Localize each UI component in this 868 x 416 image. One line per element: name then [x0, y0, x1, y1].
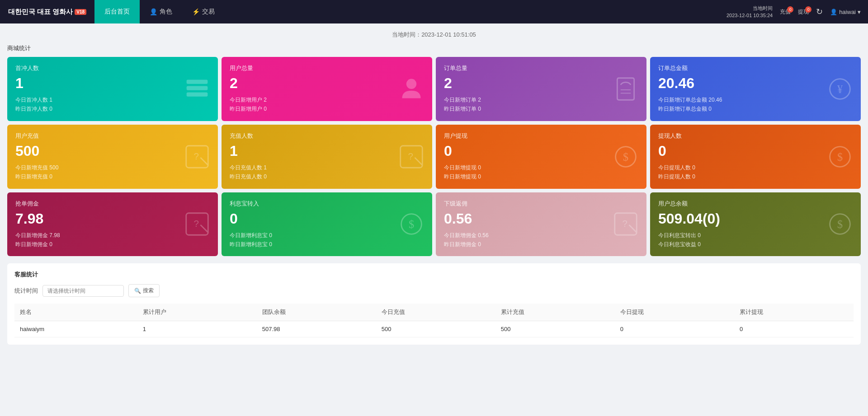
card-title-recharge-count: 充值人数	[230, 132, 424, 140]
user-icon: 👤	[830, 9, 837, 15]
nav-item-role[interactable]: 👤 角色	[140, 0, 182, 23]
brand: 대한민국 대표 영화사 V18	[0, 0, 94, 23]
table-cell: 0	[734, 321, 854, 337]
nav-home-label: 后台首页	[104, 8, 130, 16]
card-title-sub-rebate: 下级返佣	[444, 200, 638, 208]
stat-card-user-balance: 用户总余额 509.04(0) 今日利息宝转出 0今日利息宝收益 0 $	[650, 192, 861, 257]
table-cell: 507.98	[257, 321, 376, 337]
table-header: 累计提现	[734, 304, 854, 321]
brand-version: V18	[75, 9, 86, 15]
card-value-sub-rebate: 0.56	[444, 210, 638, 227]
cards-grid: 首冲人数 1 今日首冲人数 1昨日首冲人数 0 用户总量 2 今日新增用户 2昨…	[7, 57, 861, 256]
svg-rect-0	[187, 79, 208, 84]
nav-item-trade[interactable]: ⚡ 交易	[182, 0, 225, 23]
card-value-total-orders: 2	[444, 75, 638, 92]
card-sub-user-balance: 今日利息宝转出 0今日利息宝收益 0	[658, 231, 853, 249]
card-title-interest-transfer: 利息宝转入	[230, 200, 424, 208]
stat-card-user-recharge: 用户充值 500 今日新增充值 500昨日新增充值 0 ?	[7, 125, 218, 189]
cs-section: 客服统计 统计时间 🔍 搜索 姓名累计用户团队余额今日充值累计充值今日提现累计提…	[7, 263, 861, 345]
card-title-total-users: 用户总量	[230, 64, 424, 72]
svg-text:$: $	[837, 151, 843, 163]
card-title-order-amount: 订单总金额	[658, 64, 853, 72]
card-value-first-charge: 1	[15, 75, 210, 92]
time-label: 当地时间	[726, 5, 773, 12]
stat-card-recharge-count: 充值人数 1 今日充值人数 1昨日充值人数 0 ?	[222, 125, 432, 189]
table-cell: 0	[615, 321, 734, 337]
svg-rect-2	[187, 92, 208, 96]
stat-card-total-users: 用户总量 2 今日新增用户 2昨日新增用户 0	[222, 57, 432, 121]
card-value-grab-commission: 7.98	[15, 210, 210, 227]
svg-text:¥: ¥	[837, 83, 843, 95]
search-label: 搜索	[143, 287, 154, 294]
card-sub-sub-rebate: 今日新增佣金 0.56昨日新增佣金 0	[444, 231, 638, 249]
card-sub-first-charge: 今日首冲人数 1昨日首冲人数 0	[15, 95, 210, 114]
svg-text:?: ?	[623, 218, 627, 229]
top-nav: 대한민국 대표 영화사 V18 后台首页 👤 角色 ⚡ 交易 当地时间 2023…	[0, 0, 868, 23]
table-cell: 1	[137, 321, 257, 337]
refresh-icon[interactable]: ↻	[816, 7, 823, 17]
card-value-interest-transfer: 0	[230, 210, 424, 227]
search-icon: 🔍	[134, 288, 141, 294]
trade-icon: ⚡	[192, 8, 200, 15]
svg-line-13	[415, 158, 422, 165]
stat-card-user-withdraw: 用户提现 0 今日新增提现 0昨日新增提现 0 $	[436, 125, 646, 189]
withdraw-btn[interactable]: 0 提现	[798, 8, 809, 16]
table-header: 团队余额	[257, 304, 376, 321]
card-title-user-recharge: 用户充值	[15, 132, 210, 140]
card-sub-total-users: 今日新增用户 2昨日新增用户 0	[230, 95, 424, 114]
svg-point-3	[406, 79, 416, 89]
card-value-withdraw-count: 0	[658, 143, 853, 159]
card-value-recharge-count: 1	[230, 143, 424, 159]
table-cell: haiwaiym	[14, 321, 137, 337]
card-sub-interest-transfer: 今日新增利息宝 0昨日新增利息宝 0	[230, 231, 424, 249]
table-cell: 500	[495, 321, 615, 337]
nav-right: 当地时间 2023-12-01 10:35:24 0 充值 0 提现 ↻ 👤 h…	[726, 5, 868, 19]
search-button[interactable]: 🔍 搜索	[128, 284, 160, 297]
recharge-btn[interactable]: 0 充值	[780, 8, 791, 16]
card-value-user-withdraw: 0	[444, 143, 638, 159]
svg-text:?: ?	[194, 150, 199, 161]
stat-card-first-charge: 首冲人数 1 今日首冲人数 1昨日首冲人数 0	[7, 57, 218, 121]
svg-line-25	[629, 225, 637, 233]
user-info[interactable]: 👤 haiwai ▾	[830, 9, 861, 15]
svg-text:?: ?	[408, 150, 413, 161]
brand-title: 대한민국 대표 영화사	[8, 8, 73, 16]
card-title-first-charge: 首冲人数	[15, 64, 210, 72]
card-title-user-balance: 用户总余额	[658, 200, 853, 208]
stat-card-grab-commission: 抢单佣金 7.98 今日新增佣金 7.98昨日新增佣金 0 ?	[7, 192, 218, 257]
recharge-badge: 0	[787, 6, 793, 13]
filter-row: 统计时间 🔍 搜索	[14, 284, 854, 297]
stat-card-sub-rebate: 下级返佣 0.56 今日新增佣金 0.56昨日新增佣金 0 ?	[436, 192, 646, 257]
time-display: 当地时间 2023-12-01 10:35:24	[726, 5, 773, 19]
card-sub-user-withdraw: 今日新增提现 0昨日新增提现 0	[444, 163, 638, 182]
card-title-total-orders: 订单总量	[444, 64, 638, 72]
stat-card-withdraw-count: 提现人数 0 今日提现人数 0昨日提现人数 0 $	[650, 125, 861, 189]
svg-line-10	[200, 158, 208, 165]
table-header: 姓名	[14, 304, 137, 321]
svg-text:$: $	[409, 219, 414, 231]
stat-card-interest-transfer: 利息宝转入 0 今日新增利息宝 0昨日新增利息宝 0 $	[222, 192, 432, 257]
table-header: 今日充值	[376, 304, 495, 321]
svg-rect-1	[187, 86, 208, 90]
table-header: 今日提现	[615, 304, 734, 321]
filter-label: 统计时间	[14, 287, 38, 295]
nav-role-label: 角色	[160, 8, 172, 16]
page-time: 当地时间：2023-12-01 10:51:05	[7, 31, 861, 39]
role-icon: 👤	[150, 8, 157, 15]
table-header: 累计用户	[137, 304, 257, 321]
dropdown-icon: ▾	[858, 9, 861, 15]
card-value-total-users: 2	[230, 75, 424, 92]
nav-trade-label: 交易	[202, 8, 215, 16]
card-title-withdraw-count: 提现人数	[658, 132, 853, 140]
nav-item-home[interactable]: 后台首页	[94, 0, 140, 23]
table-cell: 500	[376, 321, 495, 337]
time-value: 2023-12-01 10:35:24	[726, 12, 773, 19]
stat-card-total-orders: 订单总量 2 今日新增订单 2昨日新增订单 0	[436, 57, 646, 121]
shop-stats-title: 商城统计	[7, 44, 861, 52]
svg-line-20	[200, 225, 208, 233]
card-value-user-balance: 509.04(0)	[658, 210, 853, 227]
time-filter-input[interactable]	[42, 285, 124, 297]
table-row: haiwaiym1507.9850050000	[14, 321, 854, 337]
svg-text:$: $	[623, 151, 628, 163]
svg-text:$: $	[837, 219, 843, 231]
